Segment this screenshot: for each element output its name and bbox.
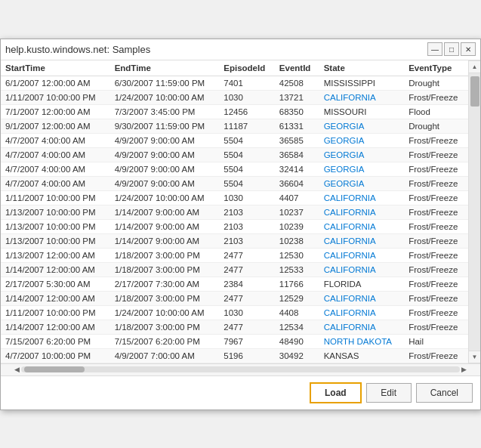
table-cell: Frost/Freeze xyxy=(404,277,468,291)
table-cell: CALIFORNIA xyxy=(319,262,404,277)
table-cell: 6/30/2007 11:59:00 PM xyxy=(110,76,220,90)
table-cell: CALIFORNIA xyxy=(319,291,404,305)
table-cell: GEORGIA xyxy=(319,147,404,162)
table-row[interactable]: 1/13/2007 10:00:00 PM1/14/2007 9:00:00 A… xyxy=(1,219,468,233)
table-row[interactable]: 4/7/2007 4:00:00 AM4/9/2007 9:00:00 AM55… xyxy=(1,133,468,147)
table-cell: Frost/Freeze xyxy=(404,147,468,162)
table-cell: Drought xyxy=(404,119,468,133)
table-cell: 4/7/2007 4:00:00 AM xyxy=(1,162,110,176)
window-title: help.kusto.windows.net: Samples xyxy=(5,44,150,55)
table-cell: 1/13/2007 12:00:00 AM xyxy=(1,248,110,262)
table-scroll-inner[interactable]: StartTime EndTime EpisodeId EventId Stat… xyxy=(1,60,468,363)
scroll-up-arrow[interactable]: ▲ xyxy=(469,60,480,73)
table-cell: CALIFORNIA xyxy=(319,90,404,104)
table-cell: 1/11/2007 10:00:00 PM xyxy=(1,305,110,320)
scroll-thumb[interactable] xyxy=(470,76,479,107)
table-cell: 1/18/2007 3:00:00 PM xyxy=(110,291,220,305)
table-cell: 4/7/2007 4:00:00 AM xyxy=(1,147,110,162)
table-cell: Flood xyxy=(404,104,468,119)
table-cell: 42508 xyxy=(275,76,319,90)
table-row[interactable]: 9/1/2007 12:00:00 AM9/30/2007 11:59:00 P… xyxy=(1,119,468,133)
table-row[interactable]: 1/13/2007 10:00:00 PM1/14/2007 9:00:00 A… xyxy=(1,205,468,219)
table-row[interactable]: 1/14/2007 12:00:00 AM1/18/2007 3:00:00 P… xyxy=(1,291,468,305)
vertical-scrollbar[interactable]: ▲ ▼ xyxy=(468,60,480,363)
table-row[interactable]: 4/7/2007 10:00:00 PM4/9/2007 7:00:00 AM5… xyxy=(1,348,468,363)
col-endtime: EndTime xyxy=(110,60,220,76)
table-cell: 48490 xyxy=(275,334,319,348)
table-cell: 1/14/2007 12:00:00 AM xyxy=(1,320,110,334)
table-row[interactable]: 4/7/2007 4:00:00 AM4/9/2007 9:00:00 AM55… xyxy=(1,176,468,190)
table-cell: 1/14/2007 9:00:00 AM xyxy=(110,205,220,219)
table-cell: Frost/Freeze xyxy=(404,176,468,190)
table-row[interactable]: 7/1/2007 12:00:00 AM7/3/2007 3:45:00 PM1… xyxy=(1,104,468,119)
table-cell: KANSAS xyxy=(319,348,404,363)
table-row[interactable]: 1/13/2007 12:00:00 AM1/18/2007 3:00:00 P… xyxy=(1,248,468,262)
edit-button[interactable]: Edit xyxy=(366,383,412,403)
table-cell: 1/18/2007 3:00:00 PM xyxy=(110,320,220,334)
scroll-left-arrow[interactable]: ◀ xyxy=(13,366,21,373)
table-row[interactable]: 1/11/2007 10:00:00 PM1/24/2007 10:00:00 … xyxy=(1,305,468,320)
table-cell: 36604 xyxy=(275,176,319,190)
table-cell: 5504 xyxy=(219,147,275,162)
table-cell: 5504 xyxy=(219,176,275,190)
table-row[interactable]: 1/14/2007 12:00:00 AM1/18/2007 3:00:00 P… xyxy=(1,320,468,334)
table-cell: 10238 xyxy=(275,233,319,248)
dialog-window: help.kusto.windows.net: Samples — □ ✕ St… xyxy=(0,39,481,410)
table-cell: 11766 xyxy=(275,277,319,291)
table-cell: 1/13/2007 10:00:00 PM xyxy=(1,205,110,219)
table-cell: 1/13/2007 10:00:00 PM xyxy=(1,233,110,248)
table-cell: 9/1/2007 12:00:00 AM xyxy=(1,119,110,133)
table-cell: 68350 xyxy=(275,104,319,119)
table-row[interactable]: 7/15/2007 6:20:00 PM7/15/2007 6:20:00 PM… xyxy=(1,334,468,348)
table-body: 6/1/2007 12:00:00 AM6/30/2007 11:59:00 P… xyxy=(1,76,468,363)
table-cell: 2477 xyxy=(219,248,275,262)
scroll-down-arrow[interactable]: ▼ xyxy=(469,351,480,363)
maximize-button[interactable]: □ xyxy=(444,42,459,56)
table-cell: 1030 xyxy=(219,305,275,320)
table-cell: 12534 xyxy=(275,320,319,334)
table-cell: 36585 xyxy=(275,133,319,147)
table-row[interactable]: 1/13/2007 10:00:00 PM1/14/2007 9:00:00 A… xyxy=(1,233,468,248)
table-row[interactable]: 2/17/2007 5:30:00 AM2/17/2007 7:30:00 AM… xyxy=(1,277,468,291)
table-cell: Frost/Freeze xyxy=(404,162,468,176)
table-cell: 5504 xyxy=(219,133,275,147)
table-cell: CALIFORNIA xyxy=(319,205,404,219)
table-row[interactable]: 1/11/2007 10:00:00 PM1/24/2007 10:00:00 … xyxy=(1,190,468,205)
table-row[interactable]: 1/14/2007 12:00:00 AM1/18/2007 3:00:00 P… xyxy=(1,262,468,277)
table-row[interactable]: 4/7/2007 4:00:00 AM4/9/2007 9:00:00 AM55… xyxy=(1,162,468,176)
table-cell: 11187 xyxy=(219,119,275,133)
table-cell: 10239 xyxy=(275,219,319,233)
table-row[interactable]: 1/11/2007 10:00:00 PM1/24/2007 10:00:00 … xyxy=(1,90,468,104)
cancel-button[interactable]: Cancel xyxy=(416,383,473,403)
table-cell: 10237 xyxy=(275,205,319,219)
table-cell: 1/24/2007 10:00:00 AM xyxy=(110,190,220,205)
scroll-right-arrow[interactable]: ▶ xyxy=(460,366,468,373)
scroll-track[interactable] xyxy=(469,73,480,351)
horizontal-scrollbar[interactable]: ◀ ▶ xyxy=(1,363,480,375)
table-cell: 2477 xyxy=(219,320,275,334)
table-cell: Frost/Freeze xyxy=(404,219,468,233)
h-scroll-thumb[interactable] xyxy=(24,366,85,372)
table-row[interactable]: 4/7/2007 4:00:00 AM4/9/2007 9:00:00 AM55… xyxy=(1,147,468,162)
load-button[interactable]: Load xyxy=(310,382,362,403)
table-row[interactable]: 6/1/2007 12:00:00 AM6/30/2007 11:59:00 P… xyxy=(1,76,468,90)
table-cell: GEORGIA xyxy=(319,133,404,147)
table-cell: CALIFORNIA xyxy=(319,320,404,334)
table-cell: CALIFORNIA xyxy=(319,305,404,320)
table-cell: 2103 xyxy=(219,205,275,219)
table-cell: 1/14/2007 9:00:00 AM xyxy=(110,219,220,233)
col-episodeid: EpisodeId xyxy=(219,60,275,76)
table-cell: MISSOURI xyxy=(319,104,404,119)
col-eventid: EventId xyxy=(275,60,319,76)
table-cell: 5196 xyxy=(219,348,275,363)
table-cell: Frost/Freeze xyxy=(404,305,468,320)
h-scroll-track[interactable] xyxy=(21,366,460,372)
close-button[interactable]: ✕ xyxy=(461,42,476,56)
table-cell: 2103 xyxy=(219,233,275,248)
table-cell: 12456 xyxy=(219,104,275,119)
table-cell: Frost/Freeze xyxy=(404,233,468,248)
minimize-button[interactable]: — xyxy=(427,42,442,56)
col-starttime: StartTime xyxy=(1,60,110,76)
table-cell: 4/9/2007 9:00:00 AM xyxy=(110,147,220,162)
table-cell: Frost/Freeze xyxy=(404,90,468,104)
